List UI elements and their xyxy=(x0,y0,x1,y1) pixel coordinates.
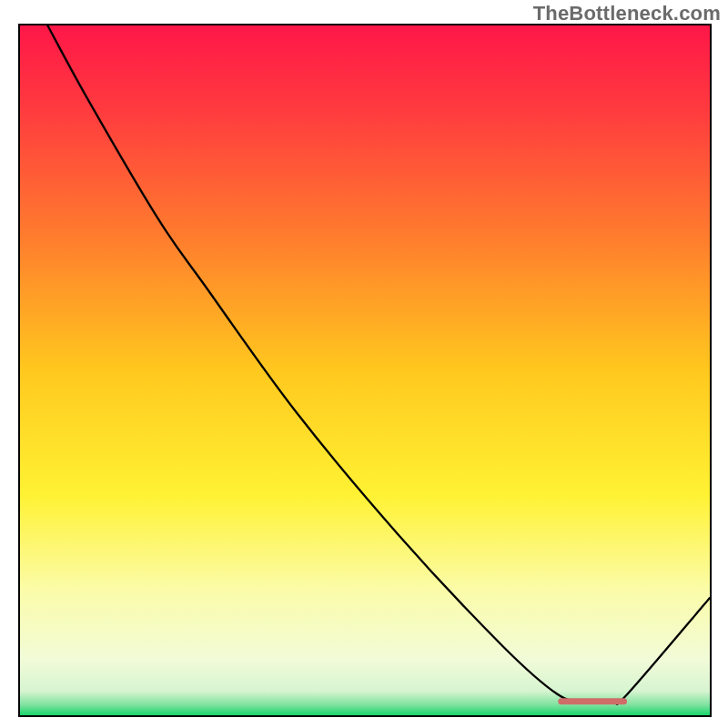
bottleneck-chart xyxy=(0,0,728,728)
gradient-background xyxy=(20,25,710,715)
minimum-marker xyxy=(558,698,627,704)
watermark-text: TheBottleneck.com xyxy=(533,2,721,25)
